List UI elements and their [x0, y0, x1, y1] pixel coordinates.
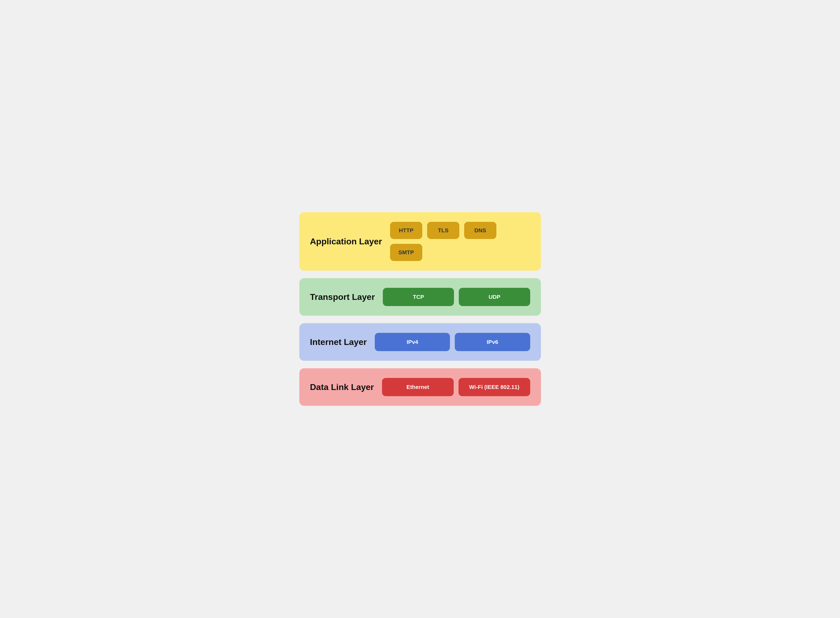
layer-card-application: Application LayerHTTPTLSDNSSMTP — [299, 212, 541, 270]
layer-title-transport: Transport Layer — [310, 292, 375, 302]
network-diagram: Application LayerHTTPTLSDNSSMTPTransport… — [299, 212, 541, 406]
layer-protocols-application: HTTPTLSDNSSMTP — [390, 222, 530, 261]
layer-title-internet: Internet Layer — [310, 337, 367, 347]
protocol-badge-ipv6: IPv6 — [455, 333, 530, 351]
protocol-badge-http: HTTP — [390, 222, 422, 239]
layer-title-datalink: Data Link Layer — [310, 382, 374, 392]
layer-protocols-transport: TCPUDP — [383, 288, 530, 306]
protocol-badge-tls: TLS — [427, 222, 459, 239]
protocol-badge-tcp: TCP — [383, 288, 454, 306]
protocol-badge-dns: DNS — [464, 222, 496, 239]
layer-card-internet: Internet LayerIPv4IPv6 — [299, 323, 541, 361]
layer-card-datalink: Data Link LayerEthernetWi-Fi (IEEE 802.1… — [299, 368, 541, 406]
protocol-badge-wi-fi--ieee-802-11-: Wi-Fi (IEEE 802.11) — [459, 378, 530, 396]
protocol-badge-ethernet: Ethernet — [382, 378, 454, 396]
layer-protocols-internet: IPv4IPv6 — [375, 333, 530, 351]
layer-title-application: Application Layer — [310, 236, 382, 247]
layer-protocols-datalink: EthernetWi-Fi (IEEE 802.11) — [382, 378, 530, 396]
protocol-badge-smtp: SMTP — [390, 244, 422, 261]
protocol-badge-ipv4: IPv4 — [375, 333, 450, 351]
protocol-badge-udp: UDP — [459, 288, 530, 306]
layer-card-transport: Transport LayerTCPUDP — [299, 278, 541, 316]
